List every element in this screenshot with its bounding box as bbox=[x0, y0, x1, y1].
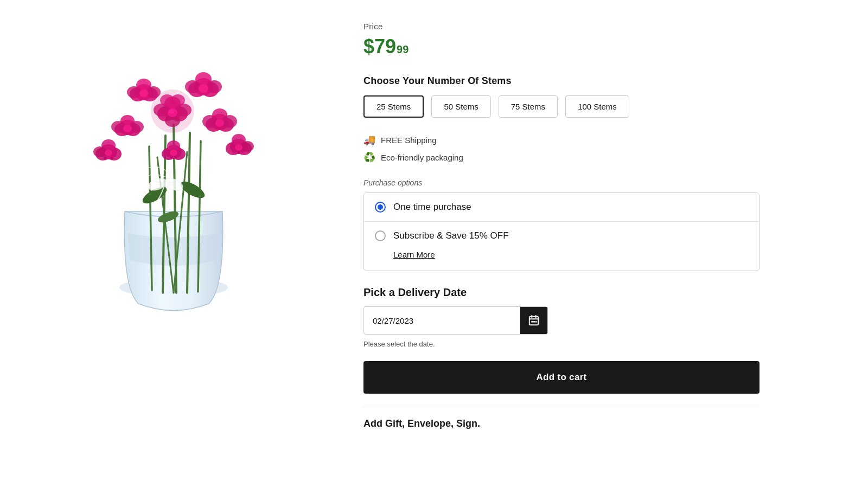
price-label: Price bbox=[363, 22, 760, 31]
subscribe-row: Subscribe & Save 15% OFF bbox=[375, 230, 748, 241]
price-main: $79 bbox=[363, 35, 396, 58]
shipping-icon: 🚚 bbox=[363, 134, 375, 146]
price-cents: 99 bbox=[397, 43, 409, 56]
svg-point-61 bbox=[241, 141, 254, 152]
svg-point-50 bbox=[199, 84, 208, 93]
purchase-options-label: Purchase options bbox=[363, 178, 760, 187]
svg-point-27 bbox=[111, 121, 125, 133]
stems-options: 25 Stems 50 Stems 75 Stems 100 Stems bbox=[363, 95, 760, 118]
date-input[interactable] bbox=[364, 309, 520, 333]
svg-point-41 bbox=[127, 86, 141, 98]
feature-shipping: 🚚 FREE Shipping bbox=[363, 134, 760, 146]
price-display: $79 99 bbox=[363, 35, 760, 58]
svg-point-56 bbox=[105, 150, 112, 156]
feature-eco: ♻️ Eco-friendly packaging bbox=[363, 151, 760, 163]
svg-point-62 bbox=[235, 144, 242, 151]
svg-point-42 bbox=[146, 86, 161, 98]
svg-point-36 bbox=[215, 119, 224, 127]
stems-section-title: Choose Your Number Of Stems bbox=[363, 75, 760, 87]
svg-point-76 bbox=[154, 165, 169, 178]
subscribe-radio[interactable] bbox=[375, 230, 386, 241]
one-time-radio[interactable] bbox=[375, 202, 386, 213]
svg-point-34 bbox=[202, 115, 218, 128]
page-container: Price $79 99 Choose Your Number Of Stems… bbox=[0, 0, 868, 488]
add-to-cart-button[interactable]: Add to cart bbox=[363, 361, 760, 394]
feature-eco-text: Eco-friendly packaging bbox=[381, 153, 463, 162]
svg-rect-82 bbox=[533, 321, 535, 323]
feature-shipping-text: FREE Shipping bbox=[381, 136, 437, 145]
svg-point-28 bbox=[130, 121, 144, 133]
stem-option-50[interactable]: 50 Stems bbox=[431, 95, 490, 118]
stem-option-100[interactable]: 100 Stems bbox=[565, 95, 629, 118]
svg-point-67 bbox=[170, 150, 177, 156]
product-image bbox=[38, 27, 309, 320]
svg-point-43 bbox=[139, 89, 148, 97]
svg-point-49 bbox=[207, 80, 222, 93]
features-list: 🚚 FREE Shipping ♻️ Eco-friendly packagin… bbox=[363, 134, 760, 163]
svg-point-55 bbox=[93, 146, 106, 157]
product-image-wrapper bbox=[33, 22, 315, 325]
learn-more-link[interactable]: Learn More bbox=[393, 250, 435, 259]
stem-option-25[interactable]: 25 Stems bbox=[363, 95, 424, 118]
delivery-section-title: Pick a Delivery Date bbox=[363, 286, 760, 299]
purchase-options-box: One time purchase Subscribe & Save 15% O… bbox=[363, 192, 760, 271]
product-image-section bbox=[0, 11, 347, 477]
date-hint: Please select the date. bbox=[363, 340, 760, 348]
eco-icon: ♻️ bbox=[363, 151, 375, 163]
svg-point-70 bbox=[162, 182, 169, 187]
svg-point-19 bbox=[171, 94, 185, 106]
stem-option-75[interactable]: 75 Stems bbox=[499, 95, 558, 118]
bottom-section-title: Add Gift, Envelope, Sign. bbox=[363, 407, 760, 429]
svg-point-75 bbox=[141, 165, 156, 178]
svg-point-22 bbox=[169, 110, 174, 114]
subscribe-section: Subscribe & Save 15% OFF Learn More bbox=[364, 222, 759, 271]
calendar-icon bbox=[528, 314, 540, 326]
svg-rect-77 bbox=[529, 317, 539, 325]
svg-point-48 bbox=[185, 80, 200, 93]
svg-rect-83 bbox=[535, 321, 537, 323]
svg-point-35 bbox=[222, 115, 237, 128]
date-input-wrapper bbox=[363, 306, 548, 335]
one-time-purchase-row[interactable]: One time purchase bbox=[364, 193, 759, 222]
svg-point-29 bbox=[123, 125, 132, 132]
subscribe-label: Subscribe & Save 15% OFF bbox=[393, 230, 509, 241]
product-details-section: Price $79 99 Choose Your Number Of Stems… bbox=[347, 11, 792, 477]
svg-rect-81 bbox=[531, 321, 533, 323]
one-time-label: One time purchase bbox=[393, 202, 471, 213]
calendar-button[interactable] bbox=[520, 307, 547, 334]
